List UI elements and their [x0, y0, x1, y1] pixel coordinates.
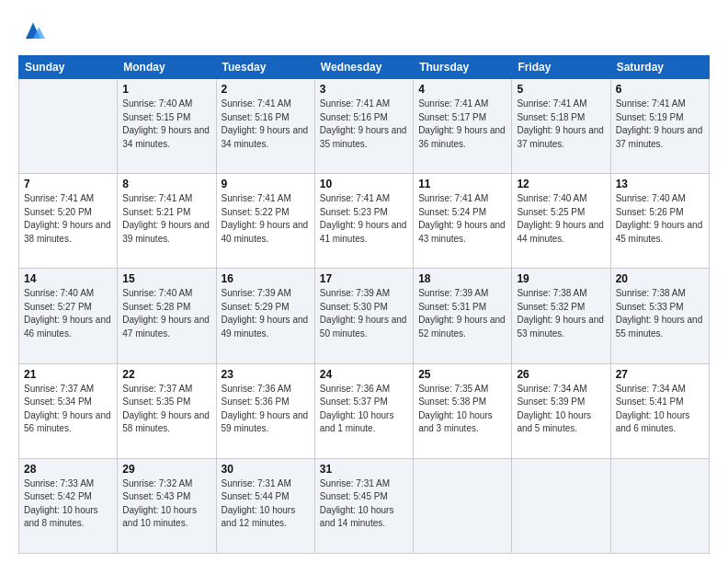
cell-info: Sunrise: 7:41 AMSunset: 5:20 PMDaylight:…	[24, 192, 112, 246]
calendar-week-row: 7Sunrise: 7:41 AMSunset: 5:20 PMDaylight…	[19, 174, 710, 269]
logo	[18, 17, 51, 46]
cell-info: Sunrise: 7:35 AMSunset: 5:38 PMDaylight:…	[418, 383, 506, 436]
calendar-week-row: 28Sunrise: 7:33 AMSunset: 5:42 PMDayligh…	[19, 458, 710, 553]
cell-date: 1	[122, 83, 210, 96]
cell-date: 31	[320, 463, 408, 476]
cell-info: Sunrise: 7:37 AMSunset: 5:35 PMDaylight:…	[122, 383, 210, 436]
calendar-cell: 22Sunrise: 7:37 AMSunset: 5:35 PMDayligh…	[118, 363, 216, 458]
cell-info: Sunrise: 7:40 AMSunset: 5:25 PMDaylight:…	[517, 192, 605, 246]
calendar-cell: 21Sunrise: 7:37 AMSunset: 5:34 PMDayligh…	[19, 363, 118, 458]
cell-date: 7	[24, 178, 112, 190]
cell-date: 3	[320, 83, 408, 96]
calendar-day-header: Thursday	[414, 56, 512, 79]
cell-info: Sunrise: 7:39 AMSunset: 5:30 PMDaylight:…	[320, 287, 408, 340]
cell-date: 10	[320, 178, 408, 190]
cell-info: Sunrise: 7:41 AMSunset: 5:24 PMDaylight:…	[418, 192, 506, 246]
cell-date: 24	[320, 368, 408, 381]
cell-date: 13	[616, 178, 704, 190]
calendar-table: SundayMondayTuesdayWednesdayThursdayFrid…	[18, 55, 710, 554]
calendar-day-header: Wednesday	[314, 56, 413, 79]
cell-info: Sunrise: 7:34 AMSunset: 5:41 PMDaylight:…	[616, 383, 704, 436]
cell-info: Sunrise: 7:36 AMSunset: 5:37 PMDaylight:…	[320, 383, 408, 436]
calendar-header-row: SundayMondayTuesdayWednesdayThursdayFrid…	[19, 56, 710, 79]
calendar-day-header: Sunday	[19, 56, 118, 79]
calendar-day-header: Saturday	[610, 56, 709, 79]
calendar-cell: 5Sunrise: 7:41 AMSunset: 5:18 PMDaylight…	[512, 79, 610, 174]
calendar-cell: 12Sunrise: 7:40 AMSunset: 5:25 PMDayligh…	[512, 174, 610, 269]
page: SundayMondayTuesdayWednesdayThursdayFrid…	[0, 0, 728, 563]
cell-info: Sunrise: 7:38 AMSunset: 5:33 PMDaylight:…	[616, 287, 704, 340]
cell-info: Sunrise: 7:40 AMSunset: 5:26 PMDaylight:…	[616, 192, 704, 246]
calendar-cell: 7Sunrise: 7:41 AMSunset: 5:20 PMDaylight…	[19, 174, 118, 269]
calendar-cell: 6Sunrise: 7:41 AMSunset: 5:19 PMDaylight…	[610, 79, 709, 174]
cell-info: Sunrise: 7:40 AMSunset: 5:15 PMDaylight:…	[122, 98, 210, 151]
cell-info: Sunrise: 7:38 AMSunset: 5:32 PMDaylight:…	[517, 287, 605, 340]
calendar-day-header: Friday	[512, 56, 610, 79]
cell-info: Sunrise: 7:37 AMSunset: 5:34 PMDaylight:…	[24, 383, 112, 436]
calendar-cell	[414, 458, 512, 553]
calendar-cell: 26Sunrise: 7:34 AMSunset: 5:39 PMDayligh…	[512, 363, 610, 458]
cell-date: 22	[122, 368, 210, 381]
calendar-cell: 8Sunrise: 7:41 AMSunset: 5:21 PMDaylight…	[118, 174, 216, 269]
calendar-cell: 18Sunrise: 7:39 AMSunset: 5:31 PMDayligh…	[414, 269, 512, 363]
calendar-cell: 15Sunrise: 7:40 AMSunset: 5:28 PMDayligh…	[118, 269, 216, 363]
calendar-cell: 3Sunrise: 7:41 AMSunset: 5:16 PMDaylight…	[314, 79, 413, 174]
calendar-cell: 16Sunrise: 7:39 AMSunset: 5:29 PMDayligh…	[216, 269, 314, 363]
cell-info: Sunrise: 7:39 AMSunset: 5:31 PMDaylight:…	[418, 287, 506, 340]
calendar-cell: 20Sunrise: 7:38 AMSunset: 5:33 PMDayligh…	[610, 269, 709, 363]
cell-info: Sunrise: 7:40 AMSunset: 5:28 PMDaylight:…	[122, 287, 210, 340]
calendar-cell: 17Sunrise: 7:39 AMSunset: 5:30 PMDayligh…	[314, 269, 413, 363]
cell-date: 23	[222, 368, 310, 381]
cell-info: Sunrise: 7:41 AMSunset: 5:22 PMDaylight:…	[222, 192, 310, 246]
cell-info: Sunrise: 7:41 AMSunset: 5:23 PMDaylight:…	[320, 192, 408, 246]
calendar-week-row: 21Sunrise: 7:37 AMSunset: 5:34 PMDayligh…	[19, 363, 710, 458]
cell-date: 9	[222, 178, 310, 190]
calendar-cell: 10Sunrise: 7:41 AMSunset: 5:23 PMDayligh…	[314, 174, 413, 269]
calendar-cell: 19Sunrise: 7:38 AMSunset: 5:32 PMDayligh…	[512, 269, 610, 363]
cell-info: Sunrise: 7:41 AMSunset: 5:19 PMDaylight:…	[616, 98, 704, 151]
cell-date: 6	[616, 83, 704, 96]
calendar-cell	[512, 458, 610, 553]
cell-date: 18	[418, 272, 506, 285]
calendar-cell: 30Sunrise: 7:31 AMSunset: 5:44 PMDayligh…	[216, 458, 314, 553]
cell-date: 30	[222, 463, 310, 476]
header	[18, 17, 710, 46]
cell-date: 25	[418, 368, 506, 381]
calendar-cell: 11Sunrise: 7:41 AMSunset: 5:24 PMDayligh…	[414, 174, 512, 269]
cell-info: Sunrise: 7:34 AMSunset: 5:39 PMDaylight:…	[517, 383, 605, 436]
cell-date: 14	[24, 272, 112, 285]
cell-info: Sunrise: 7:41 AMSunset: 5:18 PMDaylight:…	[517, 98, 605, 151]
cell-info: Sunrise: 7:31 AMSunset: 5:45 PMDaylight:…	[320, 477, 408, 531]
calendar-cell: 24Sunrise: 7:36 AMSunset: 5:37 PMDayligh…	[314, 363, 413, 458]
cell-date: 17	[320, 272, 408, 285]
calendar-cell: 31Sunrise: 7:31 AMSunset: 5:45 PMDayligh…	[314, 458, 413, 553]
calendar-week-row: 14Sunrise: 7:40 AMSunset: 5:27 PMDayligh…	[19, 269, 710, 363]
calendar-week-row: 1Sunrise: 7:40 AMSunset: 5:15 PMDaylight…	[19, 79, 710, 174]
calendar-cell: 29Sunrise: 7:32 AMSunset: 5:43 PMDayligh…	[118, 458, 216, 553]
cell-info: Sunrise: 7:32 AMSunset: 5:43 PMDaylight:…	[122, 477, 210, 531]
calendar-cell: 4Sunrise: 7:41 AMSunset: 5:17 PMDaylight…	[414, 79, 512, 174]
cell-date: 16	[222, 272, 310, 285]
calendar-cell: 2Sunrise: 7:41 AMSunset: 5:16 PMDaylight…	[216, 79, 314, 174]
calendar-cell: 25Sunrise: 7:35 AMSunset: 5:38 PMDayligh…	[414, 363, 512, 458]
cell-info: Sunrise: 7:31 AMSunset: 5:44 PMDaylight:…	[222, 477, 310, 531]
calendar-day-header: Monday	[118, 56, 216, 79]
calendar-cell: 14Sunrise: 7:40 AMSunset: 5:27 PMDayligh…	[19, 269, 118, 363]
cell-date: 4	[418, 83, 506, 96]
calendar-cell: 27Sunrise: 7:34 AMSunset: 5:41 PMDayligh…	[610, 363, 709, 458]
cell-info: Sunrise: 7:41 AMSunset: 5:16 PMDaylight:…	[222, 98, 310, 151]
cell-date: 21	[24, 368, 112, 381]
cell-date: 19	[517, 272, 605, 285]
calendar-cell: 13Sunrise: 7:40 AMSunset: 5:26 PMDayligh…	[610, 174, 709, 269]
calendar-cell	[19, 79, 118, 174]
logo-icon	[18, 17, 48, 46]
cell-date: 20	[616, 272, 704, 285]
calendar-cell: 23Sunrise: 7:36 AMSunset: 5:36 PMDayligh…	[216, 363, 314, 458]
cell-date: 27	[616, 368, 704, 381]
cell-info: Sunrise: 7:41 AMSunset: 5:16 PMDaylight:…	[320, 98, 408, 151]
calendar-day-header: Tuesday	[216, 56, 314, 79]
cell-date: 8	[122, 178, 210, 190]
cell-info: Sunrise: 7:41 AMSunset: 5:21 PMDaylight:…	[122, 192, 210, 246]
cell-date: 15	[122, 272, 210, 285]
calendar-cell	[610, 458, 709, 553]
